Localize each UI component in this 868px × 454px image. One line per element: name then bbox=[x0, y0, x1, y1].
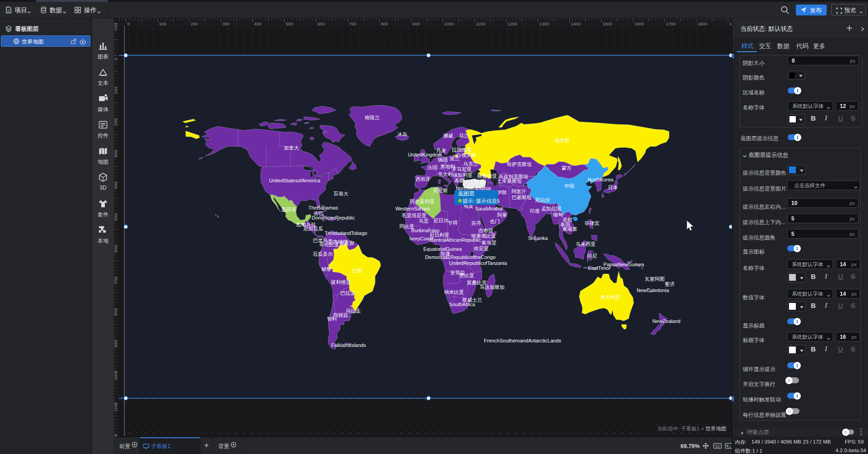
svg-text:日本: 日本 bbox=[608, 185, 618, 190]
svg-text:当前选中: 子看板1 > 世界地图: 当前选中: 子看板1 > 世界地图 bbox=[657, 426, 726, 431]
svg-text:NewCaledonia: NewCaledonia bbox=[636, 288, 669, 293]
svg-text:700: 700 bbox=[349, 21, 356, 26]
svg-text:DominicanRepublic: DominicanRepublic bbox=[312, 215, 355, 220]
svg-text:澳大利亚: 澳大利亚 bbox=[600, 294, 620, 300]
svg-text:也门: 也门 bbox=[490, 219, 500, 224]
svg-text:800: 800 bbox=[113, 309, 118, 316]
svg-text:格鲁吉亚: 格鲁吉亚 bbox=[477, 173, 497, 179]
svg-text:西班牙: 西班牙 bbox=[416, 176, 431, 182]
svg-text:百慕大: 百慕大 bbox=[334, 191, 349, 196]
svg-text:200: 200 bbox=[113, 119, 118, 126]
svg-text:底图层: 底图层 bbox=[458, 190, 474, 197]
svg-text:SouthAfrica: SouthAfrica bbox=[449, 302, 476, 307]
svg-text:1600: 1600 bbox=[634, 21, 644, 26]
svg-text:DemocraticRepublicoftheCongo: DemocraticRepublicoftheCongo bbox=[425, 254, 495, 260]
svg-text:蒙古: 蒙古 bbox=[562, 165, 572, 171]
svg-text:苏丹: 苏丹 bbox=[471, 220, 481, 226]
svg-text:毛里塔尼亚: 毛里塔尼亚 bbox=[401, 213, 427, 218]
svg-text:1400: 1400 bbox=[571, 21, 581, 26]
svg-text:马来西亚: 马来西亚 bbox=[576, 241, 596, 247]
svg-text:1000: 1000 bbox=[113, 371, 118, 381]
svg-text:600: 600 bbox=[113, 245, 118, 253]
svg-text:墨西哥: 墨西哥 bbox=[281, 207, 296, 212]
svg-text:瓦努阿图: 瓦努阿图 bbox=[645, 276, 665, 282]
svg-text:俄罗斯: 俄罗斯 bbox=[555, 138, 570, 143]
svg-text:900: 900 bbox=[413, 21, 420, 26]
svg-text:中国: 中国 bbox=[564, 183, 574, 189]
svg-text:600: 600 bbox=[317, 21, 325, 26]
svg-text:SaudiArabia: SaudiArabia bbox=[475, 206, 503, 211]
svg-text:智利: 智利 bbox=[327, 316, 337, 322]
svg-text:玻利维亚: 玻利维亚 bbox=[330, 279, 351, 285]
svg-text:500: 500 bbox=[286, 21, 293, 26]
svg-text:FrenchSouthernandAntarcticLand: FrenchSouthernandAntarcticLands bbox=[484, 338, 561, 343]
svg-text:300: 300 bbox=[222, 21, 230, 26]
svg-text:NorthKorea: NorthKorea bbox=[588, 177, 614, 182]
svg-text:1100: 1100 bbox=[476, 21, 485, 26]
svg-text:400: 400 bbox=[254, 21, 261, 26]
svg-text:400: 400 bbox=[113, 182, 118, 189]
svg-text:700: 700 bbox=[113, 277, 118, 284]
svg-text:1000: 1000 bbox=[444, 21, 454, 26]
svg-text:尼泊尔: 尼泊尔 bbox=[535, 197, 550, 203]
svg-text:马里: 马里 bbox=[419, 218, 429, 224]
svg-text:圭亚那: 圭亚那 bbox=[340, 240, 355, 246]
svg-text:1300: 1300 bbox=[539, 21, 549, 26]
svg-text:马达加斯加: 马达加斯加 bbox=[480, 284, 505, 290]
svg-text:挪威: 挪威 bbox=[443, 133, 453, 138]
svg-text:500: 500 bbox=[113, 214, 118, 221]
svg-text:EastTimor: EastTimor bbox=[588, 265, 611, 271]
svg-text:德国: 德国 bbox=[438, 157, 448, 162]
svg-text:阿尔及利亚: 阿尔及利亚 bbox=[410, 199, 435, 204]
svg-text:巴拉圭: 巴拉圭 bbox=[340, 290, 355, 296]
svg-text:1700: 1700 bbox=[666, 21, 676, 26]
svg-text:巴西: 巴西 bbox=[352, 268, 362, 273]
svg-text:UnitedRepublicofTanzania: UnitedRepublicofTanzania bbox=[449, 260, 508, 266]
svg-text:800: 800 bbox=[381, 21, 388, 26]
svg-text:加拿大: 加拿大 bbox=[284, 145, 299, 151]
svg-text:尼加拉瓜: 尼加拉瓜 bbox=[303, 226, 323, 231]
svg-text:SriLanka: SriLanka bbox=[528, 235, 548, 241]
svg-text:TheBahamas: TheBahamas bbox=[308, 205, 338, 210]
svg-text:900: 900 bbox=[113, 340, 118, 347]
svg-text:TrinidadandTobago: TrinidadandTobago bbox=[325, 230, 367, 236]
svg-text:格陵兰: 格陵兰 bbox=[365, 115, 380, 120]
svg-text:拉脱维亚: 拉脱维亚 bbox=[452, 147, 472, 152]
svg-text:乌克兰: 乌克兰 bbox=[463, 161, 478, 166]
svg-text:芬兰: 芬兰 bbox=[459, 133, 469, 138]
svg-text:法国: 法国 bbox=[427, 165, 437, 170]
svg-text:赞比亚: 赞比亚 bbox=[459, 273, 474, 278]
svg-text:UnitedStatesofAmerica: UnitedStatesofAmerica bbox=[269, 178, 321, 183]
svg-text:1800: 1800 bbox=[698, 21, 707, 26]
svg-text:意大利: 意大利 bbox=[438, 171, 453, 177]
svg-text:纳米比亚: 纳米比亚 bbox=[444, 289, 464, 295]
svg-text:孟加拉国: 孟加拉国 bbox=[541, 206, 561, 211]
svg-text:1100: 1100 bbox=[113, 403, 118, 412]
svg-text:埃塞俄比亚: 埃塞俄比亚 bbox=[471, 233, 496, 239]
svg-text:WesternSahara: WesternSahara bbox=[395, 206, 430, 211]
svg-text:乍得: 乍得 bbox=[447, 220, 458, 225]
svg-text:印尼: 印尼 bbox=[587, 253, 597, 259]
svg-text:FalklandIslands: FalklandIslands bbox=[331, 342, 366, 348]
svg-text:提示: 提示信息5: 提示: 提示信息5 bbox=[463, 198, 500, 204]
svg-text:斐济: 斐济 bbox=[665, 281, 675, 287]
svg-text:200: 200 bbox=[191, 21, 198, 26]
svg-text:厄瓜多尔: 厄瓜多尔 bbox=[313, 251, 333, 257]
svg-text:缅甸: 缅甸 bbox=[553, 212, 563, 217]
svg-text:NewZealand: NewZealand bbox=[652, 318, 681, 324]
svg-text:0: 0 bbox=[127, 21, 129, 26]
svg-text:突尼斯: 突尼斯 bbox=[433, 188, 448, 193]
svg-text:吉布提: 吉布提 bbox=[478, 228, 493, 233]
svg-text:100: 100 bbox=[159, 21, 166, 26]
svg-text:希腊: 希腊 bbox=[454, 178, 464, 183]
svg-text:-100: -100 bbox=[113, 23, 118, 32]
svg-text:土库曼斯坦: 土库曼斯坦 bbox=[497, 178, 522, 184]
svg-text:尼日尔: 尼日尔 bbox=[434, 218, 449, 223]
svg-text:罗马尼亚: 罗马尼亚 bbox=[452, 166, 472, 172]
svg-text:哥伦比亚: 哥伦比亚 bbox=[319, 242, 339, 247]
svg-text:柬埔寨: 柬埔寨 bbox=[562, 226, 577, 232]
svg-text:哈萨克斯坦: 哈萨克斯坦 bbox=[507, 161, 532, 167]
svg-text:丹麦: 丹麦 bbox=[436, 148, 446, 153]
svg-text:阿曼: 阿曼 bbox=[497, 212, 507, 218]
svg-text:肯尼亚: 肯尼亚 bbox=[474, 246, 489, 251]
